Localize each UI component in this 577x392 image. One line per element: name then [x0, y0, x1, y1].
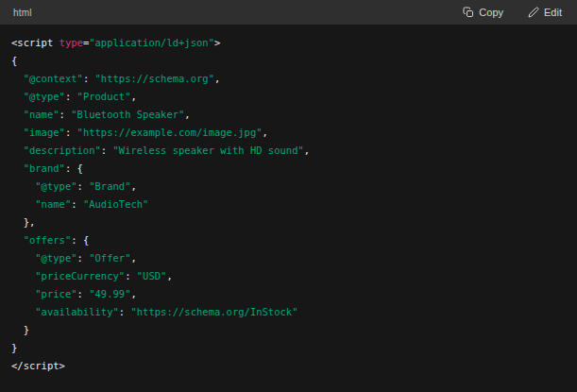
code-line: { — [11, 52, 566, 70]
code-line: "@type": "Product", — [11, 88, 566, 106]
code-line: "@context": "https://schema.org", — [11, 70, 566, 88]
code-line: <script type="application/ld+json"> — [11, 34, 566, 52]
code-language-label: html — [13, 8, 32, 18]
code-content: <script type="application/ld+json">{ "@c… — [11, 34, 566, 375]
code-line: "@type": "Brand", — [11, 178, 566, 196]
code-line: "name": "AudioTech" — [11, 196, 566, 213]
edit-pencil-icon — [528, 7, 539, 18]
copy-button-label: Copy — [479, 8, 503, 18]
copy-icon — [463, 7, 474, 18]
code-line: "@type": "Offer", — [11, 249, 566, 267]
code-line: "price": "49.99", — [11, 285, 566, 303]
code-line: "offers": { — [11, 231, 566, 249]
code-line: } — [11, 321, 566, 339]
code-line: "description": "Wireless speaker with HD… — [11, 142, 566, 160]
code-line: "image": "https://example.com/image.jpg"… — [11, 124, 566, 142]
code-line: "brand": { — [11, 160, 566, 178]
code-line: </script> — [11, 357, 566, 375]
code-block-window: html Copy Edit <s — [0, 0, 577, 392]
code-line: "availability": "https://schema.org/InSt… — [11, 303, 566, 321]
edit-button[interactable]: Edit — [528, 7, 562, 18]
code-block-header: html Copy Edit — [0, 0, 577, 25]
code-body: <script type="application/ld+json">{ "@c… — [0, 25, 577, 392]
code-line: } — [11, 339, 566, 357]
code-line: }, — [11, 213, 566, 231]
code-line: "name": "Bluetooth Speaker", — [11, 106, 566, 124]
copy-button[interactable]: Copy — [463, 7, 503, 18]
code-line: "priceCurrency": "USD", — [11, 267, 566, 285]
header-actions: Copy Edit — [463, 7, 562, 18]
edit-button-label: Edit — [544, 8, 562, 18]
